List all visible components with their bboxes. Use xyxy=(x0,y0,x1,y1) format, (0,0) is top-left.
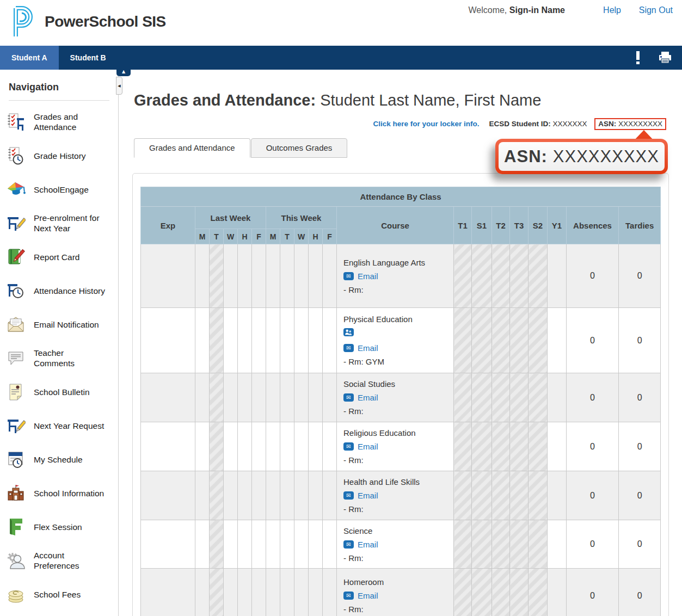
col-header-t3: T3 xyxy=(510,207,529,244)
locker-info-link[interactable]: Click here for your locker info. xyxy=(373,120,480,128)
pre-enrolment-icon xyxy=(5,213,26,233)
term-cell-t1 xyxy=(454,422,472,471)
tardies-cell: 0 xyxy=(619,244,661,308)
sidebar-item-my-schedule[interactable]: My Schedule xyxy=(0,442,118,476)
day-cell xyxy=(210,471,224,520)
term-cell-y1 xyxy=(548,569,567,616)
user-name: Sign-in Name xyxy=(509,5,565,15)
course-cell: Religious Education✉Email- Rm: xyxy=(337,422,454,471)
asn-callout: ASN: XXXXXXXXX xyxy=(495,139,668,174)
sidebar-item-schoolengage[interactable]: SchoolEngage xyxy=(0,173,118,206)
col-header-s2: S2 xyxy=(529,207,548,244)
sidebar-item-school-information[interactable]: School Information xyxy=(0,476,118,510)
day-cell xyxy=(238,520,252,569)
day-cell xyxy=(252,308,266,373)
day-cell xyxy=(210,520,224,569)
tab-outcomes-grades[interactable]: Outcomes Grades xyxy=(251,138,348,158)
student-info-line: Click here for your locker info. ECSD St… xyxy=(134,118,682,130)
sidebar-item-flex-session[interactable]: Flex Session xyxy=(0,510,118,544)
term-cell-s2 xyxy=(529,373,548,422)
day-cell xyxy=(309,244,323,308)
day-cell xyxy=(210,569,224,616)
day-cell xyxy=(309,422,323,471)
term-cell-s1 xyxy=(472,244,492,308)
day-cell xyxy=(238,244,252,308)
day-cell xyxy=(238,422,252,471)
printer-icon[interactable] xyxy=(658,46,672,70)
term-cell-y1 xyxy=(548,244,567,308)
room-label: - Rm: xyxy=(343,504,449,514)
course-name: Physical Education xyxy=(343,315,449,324)
day-cell xyxy=(294,244,309,308)
tab-grades-and-attendance[interactable]: Grades and Attendance xyxy=(134,138,250,158)
day-cell xyxy=(224,422,238,471)
day-cell xyxy=(266,422,280,471)
day-cell xyxy=(195,422,210,471)
student-tab-student-b[interactable]: Student B xyxy=(59,46,118,70)
sidebar-collapse-up-icon[interactable]: ▲ xyxy=(116,68,131,76)
room-label: - Rm: xyxy=(343,285,449,294)
term-cell-t1 xyxy=(454,471,472,520)
email-link[interactable]: Email xyxy=(358,540,378,549)
day-cell xyxy=(195,308,210,373)
day-cell xyxy=(224,308,238,373)
email-icon: ✉ xyxy=(343,393,354,402)
sidebar-item-email-notification[interactable]: Email Notification xyxy=(0,307,118,341)
report-card-icon xyxy=(5,247,26,267)
sidebar-item-school-fees[interactable]: School Fees xyxy=(0,577,118,611)
email-icon: ✉ xyxy=(343,491,354,500)
course-name: English Language Arts xyxy=(343,258,449,267)
sidebar-item-account-preferences[interactable]: Account Preferences xyxy=(0,544,118,577)
sidebar-item-pre-enrolment-for-next-year[interactable]: Pre-enrolment for Next Year xyxy=(0,206,118,240)
sidebar-item-grades-and-attendance[interactable]: Grades and Attendance xyxy=(0,105,118,139)
day-header-this-t-6: T xyxy=(280,229,294,244)
table-row: Homeroom✉Email- Rm:00 xyxy=(141,569,661,616)
email-link[interactable]: Email xyxy=(358,393,378,402)
course-name: Homeroom xyxy=(343,577,449,587)
sidebar-collapse-left-icon[interactable]: ◀ xyxy=(116,77,122,95)
flex-session-icon xyxy=(5,516,26,537)
sidebar-item-attendance-history[interactable]: Attendance History xyxy=(0,274,118,307)
help-link[interactable]: Help xyxy=(603,5,621,15)
sidebar-item-next-year-request[interactable]: Next Year Request xyxy=(0,409,118,442)
exp-cell xyxy=(141,569,195,616)
day-cell xyxy=(195,244,210,308)
email-link[interactable]: Email xyxy=(358,591,378,600)
day-header-this-h-8: H xyxy=(309,229,323,244)
email-link[interactable]: Email xyxy=(358,442,378,451)
term-cell-t2 xyxy=(492,422,510,471)
day-cell xyxy=(294,520,309,569)
account-preferences-icon xyxy=(5,550,26,571)
email-link[interactable]: Email xyxy=(358,272,378,281)
email-link[interactable]: Email xyxy=(358,343,378,353)
sidebar-item-label: SchoolEngage xyxy=(26,184,89,195)
day-cell xyxy=(252,244,266,308)
day-cell xyxy=(195,569,210,616)
table-row: Science✉Email- Rm:00 xyxy=(141,520,661,569)
email-link[interactable]: Email xyxy=(358,491,378,500)
term-cell-s1 xyxy=(472,373,492,422)
course-cell: Social Studies✉Email- Rm: xyxy=(337,373,454,422)
sidebar-item-report-card[interactable]: Report Card xyxy=(0,240,118,274)
term-cell-s1 xyxy=(472,471,492,520)
sidebar-item-grade-history[interactable]: Grade History xyxy=(0,139,118,173)
student-tab-student-a[interactable]: Student A xyxy=(0,46,59,70)
sidebar-item-teacher-comments[interactable]: Teacher Comments xyxy=(0,341,118,375)
term-cell-s2 xyxy=(529,308,548,373)
day-cell xyxy=(224,471,238,520)
sidebar-item-school-bulletin[interactable]: School Bulletin xyxy=(0,375,118,409)
term-cell-s1 xyxy=(472,520,492,569)
day-cell xyxy=(266,471,280,520)
top-header: PowerSchool SIS Welcome, Sign-in Name He… xyxy=(0,0,682,46)
absences-cell: 0 xyxy=(567,520,619,569)
absences-cell: 0 xyxy=(567,373,619,422)
col-header-tardies: Tardies xyxy=(619,207,661,244)
email-icon: ✉ xyxy=(343,540,354,549)
day-cell xyxy=(238,471,252,520)
student-id-value: XXXXXXX xyxy=(552,120,587,128)
alert-icon[interactable] xyxy=(633,46,643,70)
day-cell xyxy=(252,569,266,616)
attendance-table: Attendance By Class Exp Last Week This W… xyxy=(140,187,661,616)
email-icon: ✉ xyxy=(343,344,354,352)
sign-out-link[interactable]: Sign Out xyxy=(639,5,673,15)
